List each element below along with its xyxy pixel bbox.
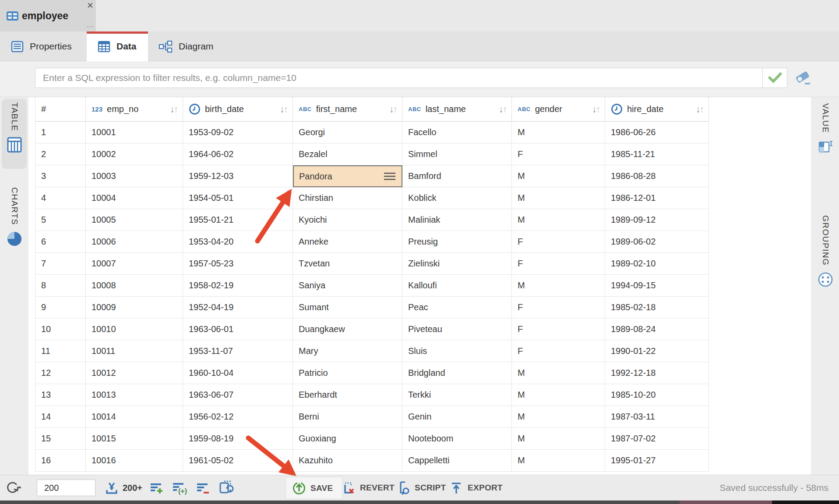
table-cell[interactable]: 10012	[86, 362, 183, 384]
table-cell[interactable]: Berni	[293, 406, 402, 428]
row-number-cell[interactable]: 7	[35, 253, 86, 275]
clear-filter-button[interactable]	[793, 70, 813, 87]
table-cell[interactable]: M	[512, 428, 605, 450]
table-cell[interactable]: 10008	[86, 275, 183, 297]
table-cell[interactable]: Sumant	[293, 297, 402, 318]
table-cell[interactable]: Duangkaew	[293, 318, 402, 340]
row-number-cell[interactable]: 2	[35, 144, 86, 165]
table-cell[interactable]: Mary	[293, 340, 402, 362]
row-number-cell[interactable]: 14	[35, 406, 86, 428]
sort-icon[interactable]: ↓↑	[280, 105, 288, 114]
table-cell[interactable]: 1992-12-18	[605, 362, 709, 384]
table-cell[interactable]: 10007	[86, 253, 183, 275]
table-cell[interactable]: M	[512, 384, 605, 406]
table-cell[interactable]: 1954-05-01	[183, 187, 293, 209]
table-cell[interactable]: M	[512, 406, 605, 428]
table-cell[interactable]: 1985-02-18	[605, 297, 709, 318]
column-header-last_name[interactable]: ABClast_name↓↑	[402, 97, 512, 122]
column-header-hire_date[interactable]: hire_date↓↑	[605, 97, 709, 122]
table-cell[interactable]: Bridgland	[402, 362, 512, 384]
table-cell[interactable]: 1964-06-02	[183, 144, 293, 165]
table-cell[interactable]: F	[512, 340, 605, 362]
table-cell[interactable]: 1989-02-10	[605, 253, 709, 275]
table-cell[interactable]: 10001	[86, 122, 183, 144]
table-cell[interactable]: 10014	[86, 406, 183, 428]
table-cell[interactable]: 10015	[86, 428, 183, 450]
table-cell[interactable]: Anneke	[293, 231, 402, 253]
table-cell[interactable]: 10009	[86, 297, 183, 318]
sql-filter-input[interactable]	[35, 68, 763, 88]
sort-icon[interactable]: ↓↑	[389, 105, 398, 114]
table-cell[interactable]: M	[512, 275, 605, 297]
table-cell[interactable]: 1986-08-28	[605, 165, 709, 187]
table-cell[interactable]: Kazuhito	[293, 450, 402, 472]
save-button[interactable]: SAVE	[286, 477, 342, 499]
table-cell[interactable]: Tzvetan	[293, 253, 402, 275]
table-cell[interactable]: 10016	[86, 450, 183, 472]
table-cell[interactable]: 10005	[86, 209, 183, 231]
panel-tab-value[interactable]: VALUE	[813, 100, 838, 194]
more-icon[interactable]: ⋯	[87, 24, 94, 30]
table-cell[interactable]: M	[512, 122, 605, 144]
table-cell[interactable]: 1953-09-02	[183, 122, 293, 144]
table-cell[interactable]: F	[512, 144, 605, 165]
table-cell[interactable]: Saniya	[293, 275, 402, 297]
table-cell[interactable]: 1990-01-22	[605, 340, 709, 362]
column-header-birth_date[interactable]: birth_date↓↑	[183, 97, 293, 122]
tab-diagram[interactable]: Diagram	[148, 32, 224, 61]
sort-icon[interactable]: ↓↑	[170, 105, 178, 114]
row-number-cell[interactable]: 1	[35, 122, 86, 144]
table-cell[interactable]: 1960-10-04	[183, 362, 293, 384]
script-button[interactable]: SCRIPT	[395, 475, 446, 500]
table-cell[interactable]: Patricio	[293, 362, 402, 384]
table-cell[interactable]: M	[512, 165, 605, 187]
sort-icon[interactable]: ↓↑	[592, 105, 600, 114]
row-limit-input[interactable]	[37, 480, 95, 496]
column-header-row_num[interactable]: #	[35, 97, 86, 122]
table-cell[interactable]: 1986-12-01	[605, 187, 709, 209]
table-cell[interactable]: F	[512, 231, 605, 253]
apply-filter-button[interactable]	[762, 68, 787, 88]
panel-tab-table[interactable]: TABLE	[2, 99, 27, 169]
table-cell[interactable]: Genin	[402, 406, 512, 428]
table-cell[interactable]: 1963-06-07	[183, 384, 293, 406]
row-number-cell[interactable]: 8	[35, 275, 86, 297]
table-cell[interactable]: 1985-10-20	[605, 384, 709, 406]
table-cell[interactable]: Cappelletti	[402, 450, 512, 472]
column-header-emp_no[interactable]: 123emp_no↓↑	[86, 97, 183, 122]
table-cell[interactable]: Kyoichi	[293, 209, 402, 231]
table-cell[interactable]: F	[512, 253, 605, 275]
panel-tab-charts[interactable]: CHARTS	[2, 184, 27, 284]
row-number-cell[interactable]: 9	[35, 297, 86, 318]
sort-icon[interactable]: ↓↑	[499, 105, 507, 114]
column-header-gender[interactable]: ABCgender↓↑	[512, 97, 605, 122]
panel-tab-grouping[interactable]: GROUPING	[813, 212, 838, 343]
table-cell[interactable]: 10011	[86, 340, 183, 362]
export-button[interactable]: EXPORT	[449, 475, 503, 500]
table-cell[interactable]: Piveteau	[402, 318, 512, 340]
refresh-button[interactable]	[4, 475, 23, 500]
row-number-cell[interactable]: 4	[35, 187, 86, 209]
table-cell[interactable]: 1956-02-12	[183, 406, 293, 428]
revert-button[interactable]: REVERT	[342, 475, 395, 500]
table-cell[interactable]: Georgi	[293, 122, 402, 144]
delete-row-button[interactable]	[195, 475, 210, 500]
row-number-cell[interactable]: 6	[35, 231, 86, 253]
table-cell[interactable]: 1989-06-02	[605, 231, 709, 253]
table-cell[interactable]: 1989-09-12	[605, 209, 709, 231]
column-header-first_name[interactable]: ABCfirst_name↓↑	[293, 97, 402, 122]
edited-cell[interactable]: Pandora	[293, 165, 402, 187]
table-cell[interactable]: 1994-09-15	[605, 275, 709, 297]
table-cell[interactable]: Koblick	[402, 187, 512, 209]
table-cell[interactable]: M	[512, 450, 605, 472]
table-cell[interactable]: Nooteboom	[402, 428, 512, 450]
table-cell[interactable]: 1959-12-03	[183, 165, 293, 187]
table-cell[interactable]: 1961-05-02	[183, 450, 293, 472]
table-cell[interactable]: 1953-04-20	[183, 231, 293, 253]
table-cell[interactable]: Maliniak	[402, 209, 512, 231]
cell-menu-icon[interactable]	[383, 172, 396, 181]
table-cell[interactable]: Bezalel	[293, 144, 402, 165]
table-cell[interactable]: 10013	[86, 384, 183, 406]
table-cell[interactable]: M	[512, 362, 605, 384]
table-cell[interactable]: M	[512, 209, 605, 231]
